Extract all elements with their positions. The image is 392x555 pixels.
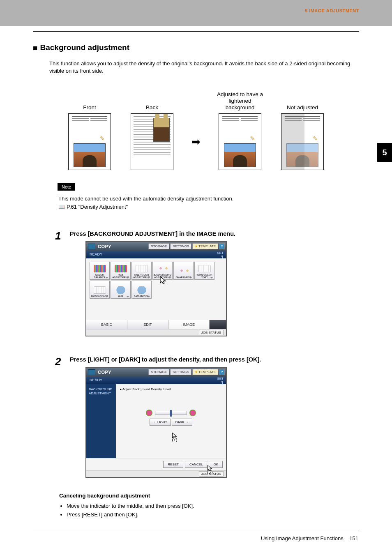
square-bullet-icon: ■ <box>33 44 37 52</box>
step-1-number: 1 <box>55 230 64 336</box>
diagram-front: Front ✎ <box>65 86 114 170</box>
intro-text: This function allows you to adjust the d… <box>49 60 359 75</box>
docpage-back <box>131 113 173 170</box>
star-icon: ★ <box>195 244 198 248</box>
lcd-main-panel: ▸ Adjust Background Density Level ← LIGH… <box>116 384 226 458</box>
lcd-bottom-buttons: RESET CANCEL OK <box>86 458 226 470</box>
lcd-titlebar: COPY STORAGE SETTINGS ★TEMPLATE ? <box>86 242 226 251</box>
diagram-label-adjusted: Adjusted to have a lightened background <box>215 86 265 111</box>
ready-text: READY <box>90 252 102 256</box>
lcd-ready-bar: READY SET 1 <box>86 251 226 258</box>
flower-dark-icon <box>189 410 196 416</box>
diagram-adjusted: Adjusted to have a lightened background … <box>215 86 265 170</box>
hue-button[interactable]: HUE <box>111 281 131 299</box>
density-scale[interactable] <box>155 411 187 415</box>
dark-button[interactable]: DARK → <box>172 419 192 426</box>
page-number: 151 <box>349 535 358 541</box>
sharpness-button[interactable]: SHARPNESS <box>173 262 194 280</box>
background-adjustment-button[interactable]: BACKGROUND ADJUSTMENT <box>152 262 173 280</box>
job-status-button[interactable]: JOB STATUS <box>199 330 224 335</box>
lcd-ready-bar-2: READY SET 1 <box>86 377 226 384</box>
settings-button[interactable]: SETTINGS <box>170 243 191 249</box>
cancel-bullet-1: Move the indicator to the middle, and th… <box>67 502 359 511</box>
storage-button[interactable]: STORAGE <box>148 369 169 375</box>
note-text: This mode cannot be used with the automa… <box>58 195 359 211</box>
lcd-screenshot-1: COPY STORAGE SETTINGS ★TEMPLATE ? READY … <box>85 241 227 336</box>
light-dark-buttons: ← LIGHT DARK → <box>150 419 192 426</box>
lcd-top-buttons: STORAGE SETTINGS ★TEMPLATE ? <box>148 243 225 249</box>
light-button[interactable]: ← LIGHT <box>150 419 171 426</box>
signature-icon: ✎ <box>313 135 318 142</box>
signature-icon: ✎ <box>250 135 255 142</box>
signature-icon: ✎ <box>100 135 105 142</box>
photo-icon <box>224 143 256 167</box>
step-1-content: Press [BACKGROUND ADJUSTMENT] in the IMA… <box>70 230 359 336</box>
template-button[interactable]: ★TEMPLATE <box>192 369 218 375</box>
twin-color-copy-button[interactable]: TWIN COLOR COPY <box>194 262 214 280</box>
canceling-bullets: Move the indicator to the middle, and th… <box>65 502 359 519</box>
lcd-image-menu: COLOR BALANCE RGB ADJUSTMENT ONE TOUCH A… <box>86 258 226 320</box>
step-2: 2 Press [LIGHT] or [DARK] to adjust the … <box>55 356 359 478</box>
settings-button[interactable]: SETTINGS <box>170 369 191 375</box>
diagram-arrow: ➡ <box>190 86 202 170</box>
saturation-button[interactable]: SATURATION <box>131 281 152 299</box>
lcd-tabs: BASIC EDIT IMAGE <box>86 320 226 329</box>
diagram-label-front: Front <box>83 86 96 111</box>
cancel-button[interactable]: CANCEL <box>185 461 207 468</box>
lcd-jobstatus-bar-2: JOB STATUS 2 <box>86 470 226 477</box>
diagram-not-adjusted: Not adjusted ✎ <box>278 86 327 170</box>
color-balance-button[interactable]: COLOR BALANCE <box>90 262 110 280</box>
docpage-adjusted: ✎ <box>219 113 261 170</box>
diagram-row: Front ✎ Back ➡ <box>33 86 359 170</box>
help-button[interactable]: ? <box>219 243 225 249</box>
step-1-title: Press [BACKGROUND ADJUSTMENT] in the IMA… <box>70 230 359 237</box>
help-button[interactable]: ? <box>219 369 225 375</box>
storage-button[interactable]: STORAGE <box>148 243 169 249</box>
star-icon: ★ <box>195 370 198 374</box>
ready-text: READY <box>90 378 102 382</box>
rgb-adjustment-button[interactable]: RGB ADJUSTMENT <box>111 262 131 280</box>
rule-top <box>33 31 359 32</box>
note-label: Note <box>58 183 75 191</box>
arrow-right-icon: ➡ <box>191 113 201 170</box>
lcd-side-label: BACKGROUND ADJUSTMENT <box>86 384 116 458</box>
lcd-title-2: COPY <box>98 370 111 375</box>
svg-text:1: 1 <box>174 438 175 442</box>
tab-edit[interactable]: EDIT <box>127 320 168 329</box>
docpage-not-adjusted: ✎ <box>281 113 324 170</box>
church-icon <box>153 118 170 142</box>
tab-basic[interactable]: BASIC <box>86 320 127 329</box>
mono-color-button[interactable]: MONO COLOR <box>90 281 110 299</box>
callout-1: 1 <box>170 433 179 442</box>
section-title: ■Background adjustment <box>33 43 359 53</box>
canceling-heading: Canceling background adjustment <box>59 493 359 499</box>
step-2-number: 2 <box>55 356 64 478</box>
instruction-text: ▸ Adjust Background Density Level <box>120 387 222 391</box>
one-touch-adjustment-button[interactable]: ONE TOUCH ADJUSTMENT <box>131 262 152 280</box>
note-ref: 📖P.61 "Density Adjustment" <box>58 203 359 211</box>
chapter-header: 5 IMAGE ADJUSTMENT <box>305 8 359 13</box>
note-line1: This mode cannot be used with the automa… <box>58 195 359 203</box>
page-body: ■Background adjustment This function all… <box>0 26 392 554</box>
lcd-bg-adjust-panel: BACKGROUND ADJUSTMENT ▸ Adjust Backgroun… <box>86 384 226 458</box>
density-bar <box>146 410 196 416</box>
step-2-content: Press [LIGHT] or [DARK] to adjust the de… <box>70 356 359 478</box>
reset-button[interactable]: RESET <box>163 461 183 468</box>
flower-light-icon <box>146 410 152 416</box>
density-control: ← LIGHT DARK → <box>120 410 222 426</box>
diagram-label-back: Back <box>146 86 158 111</box>
template-button[interactable]: ★TEMPLATE <box>192 243 218 249</box>
section-title-text: Background adjustment <box>40 43 129 52</box>
diagram-back: Back <box>127 86 177 170</box>
footer-text: Using Image Adjustment Functions <box>261 535 344 541</box>
lcd-jobstatus-bar: JOB STATUS <box>86 329 226 336</box>
step-1: 1 Press [BACKGROUND ADJUSTMENT] in the I… <box>55 230 359 336</box>
copy-icon <box>88 244 95 249</box>
tab-image[interactable]: IMAGE <box>168 320 210 329</box>
photo-icon <box>286 143 318 167</box>
lcd-titlebar-2: COPY STORAGE SETTINGS ★TEMPLATE ? <box>86 368 226 377</box>
lcd-title: COPY <box>98 244 111 249</box>
top-gray-bar: 5 IMAGE ADJUSTMENT <box>0 0 392 26</box>
image-button-grid: COLOR BALANCE RGB ADJUSTMENT ONE TOUCH A… <box>90 262 217 299</box>
lcd-screenshot-2: COPY STORAGE SETTINGS ★TEMPLATE ? READY … <box>85 367 227 478</box>
